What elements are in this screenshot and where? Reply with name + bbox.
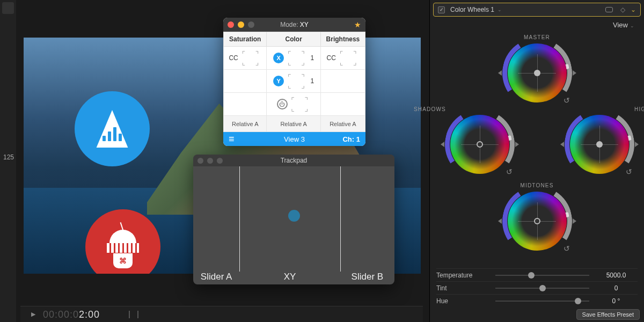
reset-icon[interactable]: ↺ xyxy=(626,167,632,176)
arc-handle-icon[interactable] xyxy=(573,70,576,76)
reset-icon[interactable]: ↺ xyxy=(564,244,570,253)
slider-b-label: Slider B xyxy=(340,272,394,282)
y-chip-icon: Y xyxy=(273,76,284,86)
param-hue: Hue 0 ° xyxy=(436,294,638,307)
bright-mode[interactable]: Relative A xyxy=(320,116,365,132)
arc-handle-icon[interactable] xyxy=(560,142,564,147)
sat-mode[interactable]: Relative A xyxy=(224,116,267,132)
midi-icon xyxy=(93,110,131,148)
color-mode[interactable]: Relative A xyxy=(267,116,320,132)
divider xyxy=(340,166,341,272)
effect-name[interactable]: Color Wheels 1 xyxy=(450,6,494,13)
mode-window: Mode: XY ★ Saturation Color Brightness C… xyxy=(223,18,365,146)
favorite-icon[interactable]: ★ xyxy=(354,20,361,29)
tool-button[interactable] xyxy=(2,2,14,14)
param-tint: Tint 0 xyxy=(436,281,638,294)
col-saturation[interactable]: Saturation xyxy=(224,32,267,47)
arc-handle-icon[interactable] xyxy=(498,218,502,224)
color-wheel[interactable] xyxy=(508,43,567,103)
bright-cc-cell[interactable]: CC⌜ ⌝⌞ ⌟ xyxy=(320,47,365,70)
mask-icon[interactable] xyxy=(605,7,613,12)
keyframe-icon[interactable]: ◇ xyxy=(620,6,625,13)
param-value[interactable]: 5000.0 xyxy=(595,272,638,279)
left-toolbar: 125 xyxy=(0,0,16,322)
mode-footer: ≡ View 3 Ch: 1 xyxy=(223,132,365,146)
timecode[interactable]: 00:00:02:00 xyxy=(43,309,100,320)
reset-icon[interactable]: ↺ xyxy=(506,167,513,176)
param-value[interactable]: 0 xyxy=(595,284,638,292)
trackpad-titlebar[interactable]: Trackpad xyxy=(193,155,394,166)
col-brightness[interactable]: Brightness xyxy=(320,32,365,47)
param-label: Hue xyxy=(436,297,490,305)
tower-icon: ⌘ xyxy=(104,225,142,268)
reset-icon[interactable]: ↺ xyxy=(564,96,570,105)
chevron-down-icon[interactable]: ⌄ xyxy=(497,7,502,12)
wheel-master: MASTER ↺ xyxy=(508,34,567,105)
arc-handle-icon[interactable] xyxy=(498,70,502,76)
effect-enable-checkbox[interactable]: ✓ xyxy=(438,6,445,13)
trackpad-labels: Slider A XY Slider B xyxy=(193,272,394,282)
mode-table: Saturation Color Brightness CC⌜ ⌝⌞ ⌟ X⌜ … xyxy=(223,32,365,132)
marker-icon xyxy=(129,311,130,318)
wheel-knob[interactable] xyxy=(534,218,540,224)
color-y-cell[interactable]: Y⌜ ⌝⌞ ⌟1 xyxy=(267,70,320,93)
chevron-down-icon[interactable]: ⌄ xyxy=(631,6,636,13)
view-label[interactable]: View 3 xyxy=(223,135,365,143)
wheel-label: HIGHLIGHTS xyxy=(634,106,644,112)
param-slider[interactable] xyxy=(495,288,589,289)
sat-empty-cell-2 xyxy=(224,93,267,116)
wheel-shadows: SHADOWS ↺ xyxy=(450,107,509,176)
color-x-cell[interactable]: X⌜ ⌝⌞ ⌟1 xyxy=(267,47,320,70)
bright-empty-cell xyxy=(320,70,365,93)
play-icon[interactable]: ▶ xyxy=(31,311,35,318)
zoom-icon[interactable] xyxy=(248,21,254,28)
col-color[interactable]: Color xyxy=(267,32,320,47)
sat-empty-cell xyxy=(224,70,267,93)
app-icon-midi[interactable] xyxy=(75,91,150,166)
arc-handle-icon[interactable] xyxy=(441,142,444,147)
param-value[interactable]: 0 ° xyxy=(595,297,638,305)
inspector-panel: ✓ Color Wheels 1 ⌄ ◇ ⌄ View⌄ MASTER ↺ SH… xyxy=(429,0,644,322)
transport-bar: ▶ 00:00:02:00 xyxy=(20,306,423,322)
trackpad-surface[interactable]: Slider A XY Slider B xyxy=(193,166,394,284)
arc-handle-icon[interactable] xyxy=(515,142,519,147)
power-icon: ⏻ xyxy=(277,99,288,109)
command-glyph-icon: ⌘ xyxy=(119,257,127,265)
minimize-icon[interactable] xyxy=(238,21,244,28)
trackpad-title: Trackpad xyxy=(193,157,394,164)
color-power-cell[interactable]: ⏻⌜ ⌝⌞ ⌟ xyxy=(267,93,320,116)
mode-titlebar[interactable]: Mode: XY ★ xyxy=(223,18,365,32)
arc-handle-icon[interactable] xyxy=(635,142,639,147)
wheel-knob[interactable] xyxy=(534,70,540,76)
effect-header[interactable]: ✓ Color Wheels 1 ⌄ ◇ ⌄ xyxy=(433,3,641,17)
color-wheel[interactable] xyxy=(570,115,629,174)
view-menu[interactable]: View⌄ xyxy=(430,17,644,31)
color-wheel[interactable] xyxy=(450,115,509,174)
param-slider[interactable] xyxy=(495,275,589,276)
wheel-label: SHADOWS xyxy=(414,106,446,112)
save-preset-row: Save Effects Preset xyxy=(576,309,640,320)
wheel-knob[interactable] xyxy=(596,141,603,148)
xy-label: XY xyxy=(239,272,340,282)
x-chip-icon: X xyxy=(273,53,284,63)
close-icon[interactable] xyxy=(228,21,234,28)
save-effects-preset-button[interactable]: Save Effects Preset xyxy=(576,309,640,320)
divider xyxy=(239,166,240,272)
color-wheel[interactable] xyxy=(508,192,567,251)
sat-cc-cell[interactable]: CC⌜ ⌝⌞ ⌟ xyxy=(224,47,267,70)
wheel-highlights: HIGHLIGHTS ↺ xyxy=(570,107,629,176)
traffic-lights[interactable] xyxy=(228,21,254,28)
xy-cursor[interactable] xyxy=(288,210,300,222)
slider-a-label: Slider A xyxy=(193,272,239,282)
param-label: Tint xyxy=(436,284,490,292)
param-list: Temperature 5000.0 Tint 0 Hue 0 ° xyxy=(436,268,638,307)
wheel-midtones: MIDTONES ↺ xyxy=(508,182,567,253)
arc-handle-icon[interactable] xyxy=(573,218,576,224)
param-label: Temperature xyxy=(436,272,490,279)
marker-icon xyxy=(137,311,138,318)
trackpad-window: Trackpad Slider A XY Slider B xyxy=(193,155,394,284)
chevron-down-icon: ⌄ xyxy=(630,23,634,28)
clip-count: 125 xyxy=(0,153,16,161)
param-slider[interactable] xyxy=(495,301,589,302)
wheel-knob[interactable] xyxy=(477,141,483,148)
